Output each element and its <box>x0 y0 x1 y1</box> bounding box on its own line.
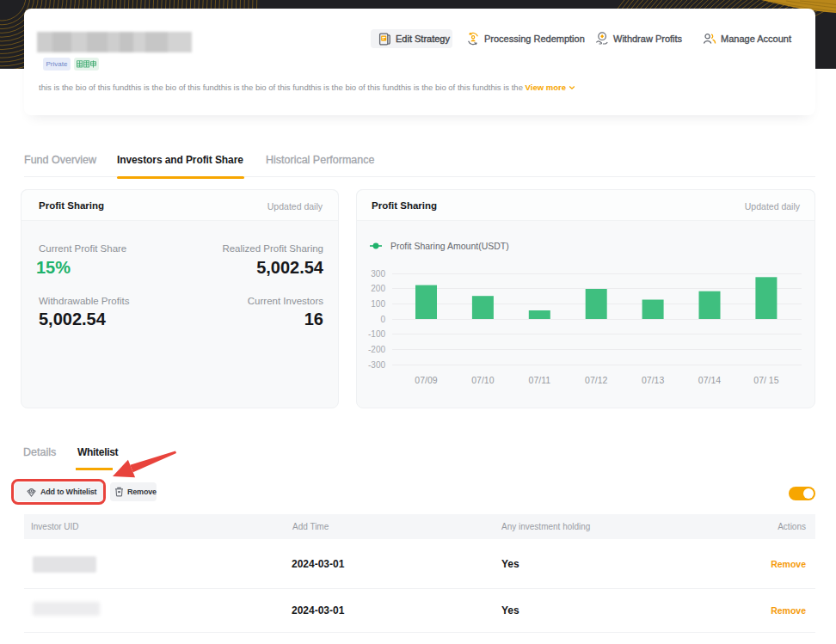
svg-text:07/11: 07/11 <box>529 375 551 385</box>
svg-text:Profit Sharing Amount(USDT): Profit Sharing Amount(USDT) <box>390 241 509 251</box>
svg-text:07/09: 07/09 <box>415 375 437 385</box>
svg-text:200: 200 <box>371 284 385 293</box>
svg-text:-300: -300 <box>368 360 385 370</box>
svg-text:07/ 15: 07/ 15 <box>753 375 778 385</box>
svg-text:100: 100 <box>371 299 385 309</box>
svg-text:07/10: 07/10 <box>471 375 494 385</box>
svg-text:07/13: 07/13 <box>642 375 664 385</box>
svg-text:0: 0 <box>380 315 385 324</box>
svg-text:300: 300 <box>371 269 385 279</box>
svg-text:-100: -100 <box>368 329 385 339</box>
svg-text:-200: -200 <box>368 345 385 354</box>
svg-text:07/12: 07/12 <box>585 375 607 385</box>
svg-text:07/14: 07/14 <box>698 375 721 385</box>
